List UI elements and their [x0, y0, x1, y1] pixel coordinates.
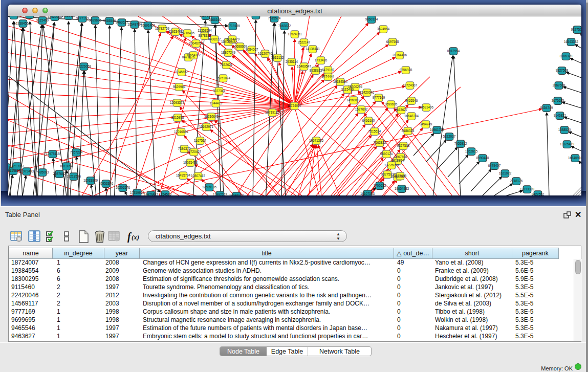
svg-text:2935114: 2935114 [286, 60, 298, 63]
svg-text:2718176: 2718176 [510, 179, 523, 183]
svg-text:8186328: 8186328 [560, 54, 573, 58]
svg-text:7663822: 7663822 [374, 141, 386, 144]
svg-text:16120746: 16120746 [258, 52, 273, 55]
svg-text:9227341: 9227341 [213, 89, 226, 93]
svg-text:9465546: 9465546 [103, 19, 116, 23]
svg-text:10025488: 10025488 [183, 161, 198, 164]
svg-text:1167534: 1167534 [194, 139, 207, 142]
svg-text:7357224: 7357224 [70, 150, 83, 154]
svg-text:19654983: 19654983 [395, 187, 409, 190]
svg-text:9327508: 9327508 [556, 69, 569, 72]
svg-text:13325419: 13325419 [560, 142, 575, 146]
svg-text:1362615: 1362615 [465, 149, 478, 153]
svg-text:17016504: 17016504 [174, 130, 189, 134]
svg-text:22420046: 22420046 [48, 16, 62, 18]
svg-text:1615132: 1615132 [271, 56, 284, 59]
svg-text:1154519: 1154519 [159, 192, 172, 195]
svg-text:7955812: 7955812 [454, 142, 467, 145]
svg-text:15692971: 15692971 [199, 125, 214, 128]
svg-text:9115460: 9115460 [36, 18, 49, 22]
svg-text:6479407: 6479407 [488, 164, 501, 167]
svg-text:10671355: 10671355 [249, 16, 264, 17]
svg-text:2087682: 2087682 [53, 172, 66, 176]
svg-text:18807249: 18807249 [221, 51, 236, 54]
svg-text:8938923: 8938923 [310, 69, 322, 72]
svg-text:16782759: 16782759 [155, 27, 170, 30]
svg-text:7663822: 7663822 [278, 24, 291, 28]
svg-text:1733426: 1733426 [315, 58, 328, 62]
svg-text:(x): (x) [132, 233, 139, 241]
svg-text:19384554: 19384554 [16, 21, 31, 25]
svg-text:8878332: 8878332 [199, 34, 211, 37]
svg-text:20953346: 20953346 [99, 182, 114, 185]
svg-text:7515524: 7515524 [268, 16, 281, 20]
svg-text:11353594: 11353594 [198, 29, 212, 32]
svg-text:14136141: 14136141 [306, 47, 320, 51]
svg-text:20691406: 20691406 [419, 105, 434, 109]
svg-text:20691406: 20691406 [141, 24, 156, 27]
svg-text:1621072: 1621072 [499, 171, 512, 175]
svg-text:2867608: 2867608 [395, 155, 407, 159]
svg-text:10719185: 10719185 [265, 111, 280, 114]
svg-text:20364436: 20364436 [393, 53, 407, 57]
svg-text:10973493: 10973493 [19, 169, 34, 173]
svg-text:10671355: 10671355 [309, 139, 324, 142]
svg-text:16543382: 16543382 [564, 40, 579, 43]
svg-text:9777169: 9777169 [373, 96, 385, 99]
svg-text:16495794: 16495794 [176, 173, 191, 177]
svg-text:19975887: 19975887 [144, 193, 159, 195]
svg-text:15720407: 15720407 [187, 150, 202, 154]
svg-text:12213967: 12213967 [10, 164, 25, 168]
svg-text:9860124: 9860124 [365, 17, 378, 21]
svg-text:20206576: 20206576 [116, 186, 130, 189]
svg-text:16409547: 16409547 [297, 64, 312, 68]
svg-text:1588520: 1588520 [558, 128, 571, 132]
svg-text:16648784: 16648784 [404, 114, 419, 118]
svg-text:7515524: 7515524 [368, 129, 381, 133]
svg-text:18724007: 18724007 [8, 16, 21, 17]
svg-text:22420046: 22420046 [360, 91, 375, 94]
svg-text:1527602: 1527602 [355, 107, 368, 111]
svg-text:8912954: 8912954 [447, 49, 460, 53]
svg-text:1700632: 1700632 [374, 184, 386, 187]
svg-text:8912954: 8912954 [391, 159, 404, 162]
svg-text:16640910: 16640910 [568, 156, 581, 160]
svg-text:16958107: 16958107 [229, 194, 244, 195]
svg-text:9327508: 9327508 [397, 144, 410, 147]
svg-text:2522147: 2522147 [298, 40, 311, 44]
svg-text:9529966: 9529966 [173, 85, 186, 89]
svg-text:18724007: 18724007 [287, 104, 302, 107]
svg-text:10654112: 10654112 [186, 53, 201, 57]
svg-text:8454749: 8454749 [540, 106, 553, 110]
svg-text:16961758: 16961758 [430, 128, 445, 132]
svg-text:9756928: 9756928 [400, 68, 412, 72]
svg-text:4498222: 4498222 [208, 37, 221, 41]
svg-text:12093373: 12093373 [170, 101, 185, 104]
svg-text:3215958: 3215958 [171, 116, 184, 119]
svg-text:1244419: 1244419 [210, 101, 223, 105]
svg-text:9115460: 9115460 [341, 87, 354, 91]
svg-text:7485063: 7485063 [36, 170, 49, 174]
svg-text:9245652: 9245652 [176, 70, 188, 74]
svg-text:13226058: 13226058 [77, 64, 92, 68]
svg-text:16107553: 16107553 [360, 192, 375, 195]
svg-text:19218596: 19218596 [67, 174, 81, 178]
svg-text:6479197: 6479197 [322, 68, 335, 72]
svg-text:14569117: 14569117 [346, 98, 361, 102]
svg-text:9463627: 9463627 [395, 108, 408, 112]
svg-text:16033809: 16033809 [83, 179, 98, 182]
svg-text:18724007: 18724007 [403, 83, 418, 87]
svg-text:9463627: 9463627 [116, 20, 128, 24]
svg-text:9146821: 9146821 [554, 114, 567, 117]
svg-text:9699695: 9699695 [89, 18, 102, 22]
svg-text:20046766: 20046766 [189, 41, 204, 45]
svg-text:15716485: 15716485 [180, 31, 195, 35]
svg-text:5322037: 5322037 [443, 135, 456, 138]
svg-text:16210643: 16210643 [204, 115, 219, 118]
svg-text:16914479: 16914479 [225, 37, 240, 41]
svg-text:7632621: 7632621 [220, 63, 233, 67]
svg-text:16648784: 16648784 [127, 23, 142, 26]
svg-text:10807467: 10807467 [191, 174, 206, 178]
svg-text:9860124: 9860124 [380, 152, 393, 156]
svg-text:17957223: 17957223 [213, 193, 228, 195]
